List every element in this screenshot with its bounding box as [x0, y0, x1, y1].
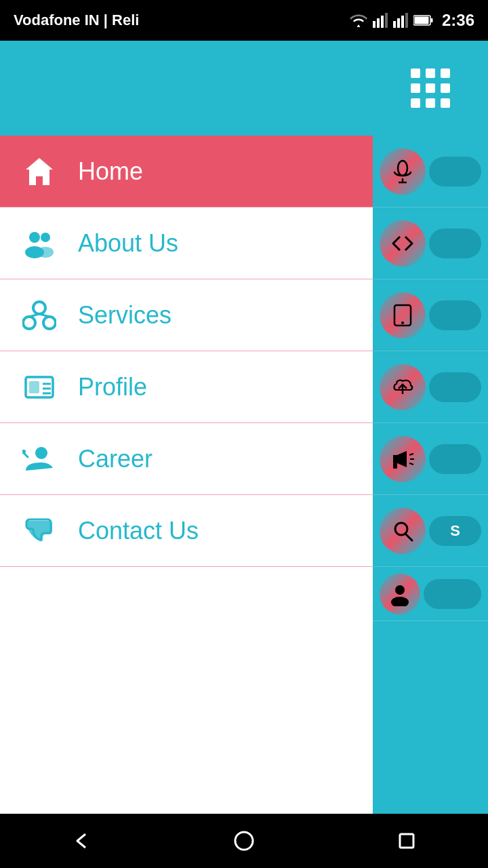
home-button[interactable] [224, 821, 264, 861]
svg-rect-0 [373, 21, 375, 28]
services-icon [20, 296, 58, 334]
svg-point-15 [37, 247, 54, 258]
svg-rect-39 [393, 463, 397, 469]
right-item-4-label [429, 372, 481, 402]
career-icon [20, 440, 58, 477]
svg-line-27 [24, 453, 28, 457]
svg-rect-4 [393, 21, 396, 28]
main-wrapper: Home About Us [0, 41, 488, 868]
svg-point-13 [41, 233, 50, 242]
right-item-1-label [429, 157, 481, 186]
drawer-header [0, 41, 373, 136]
nav-item-home[interactable]: Home [0, 136, 373, 208]
time-display: 2:36 [442, 11, 474, 30]
right-item-6[interactable]: S [373, 495, 488, 567]
nav-label-contact: Contact Us [78, 517, 199, 545]
back-button[interactable] [61, 821, 102, 861]
nav-item-services[interactable]: Services [0, 279, 373, 351]
status-bar: Vodafone IN | Reli 2:36 [0, 0, 488, 41]
svg-line-36 [409, 454, 413, 455]
svg-rect-3 [385, 13, 388, 28]
nav-item-contact[interactable]: Contact Us [0, 495, 373, 567]
microphone-badge [380, 149, 426, 195]
svg-point-16 [33, 302, 45, 314]
svg-point-42 [395, 585, 405, 595]
svg-rect-1 [377, 18, 380, 28]
right-item-4[interactable] [373, 351, 488, 423]
svg-point-28 [22, 450, 26, 454]
right-item-2[interactable] [373, 208, 488, 279]
svg-point-17 [23, 317, 35, 329]
grid-icon [411, 68, 450, 108]
right-item-5-label [429, 444, 481, 474]
battery-icon [413, 14, 434, 26]
home-icon [20, 153, 58, 190]
svg-point-26 [35, 447, 47, 459]
android-nav-bar [0, 814, 488, 868]
nav-label-profile: Profile [78, 373, 147, 401]
megaphone-badge [380, 436, 426, 482]
svg-point-12 [29, 232, 40, 243]
svg-rect-45 [400, 834, 413, 848]
contact-icon [20, 512, 58, 549]
svg-rect-10 [414, 17, 428, 24]
carrier-text: Vodafone IN | Reli [14, 12, 139, 29]
right-item-2-label [429, 229, 481, 258]
right-item-5[interactable] [373, 423, 488, 495]
profile-icon [20, 368, 58, 406]
svg-point-18 [43, 317, 56, 329]
nav-item-profile[interactable]: Profile [0, 351, 373, 423]
right-item-7[interactable] [373, 567, 488, 621]
code-badge [380, 220, 426, 267]
tablet-badge [380, 292, 426, 338]
svg-line-20 [39, 314, 49, 317]
svg-line-38 [409, 463, 413, 465]
right-item-7-label [424, 579, 481, 609]
svg-rect-22 [29, 381, 39, 393]
svg-rect-5 [397, 18, 400, 28]
svg-marker-11 [26, 158, 53, 185]
right-panel: S [373, 41, 488, 868]
signal-icon [373, 13, 388, 28]
right-item-3[interactable] [373, 279, 488, 351]
svg-rect-7 [405, 13, 408, 28]
person-badge [380, 574, 420, 614]
nav-item-career[interactable]: Career [0, 423, 373, 495]
status-icons: 2:36 [350, 11, 474, 30]
right-items-list: S [373, 136, 488, 621]
signal2-icon [393, 13, 408, 28]
nav-label-career: Career [78, 445, 152, 473]
grid-icon-container[interactable] [373, 41, 488, 136]
nav-label-home: Home [78, 157, 143, 186]
wifi-icon [350, 13, 367, 28]
about-us-icon [20, 224, 58, 262]
svg-point-33 [401, 321, 404, 324]
svg-point-44 [235, 832, 253, 850]
svg-point-43 [391, 597, 409, 606]
svg-rect-6 [401, 16, 404, 28]
search-badge [380, 508, 426, 554]
svg-line-41 [405, 534, 412, 540]
svg-point-29 [398, 161, 407, 176]
svg-rect-2 [381, 16, 384, 28]
right-item-3-label [429, 300, 481, 330]
nav-label-about: About Us [78, 229, 178, 258]
nav-drawer: Home About Us [0, 41, 373, 868]
upload-badge [380, 364, 426, 410]
svg-rect-9 [430, 18, 432, 22]
nav-label-services: Services [78, 301, 171, 330]
right-item-1[interactable] [373, 136, 488, 208]
nav-item-about[interactable]: About Us [0, 208, 373, 279]
recents-button[interactable] [386, 821, 427, 861]
right-item-6-label: S [429, 516, 481, 546]
svg-line-19 [29, 314, 39, 317]
